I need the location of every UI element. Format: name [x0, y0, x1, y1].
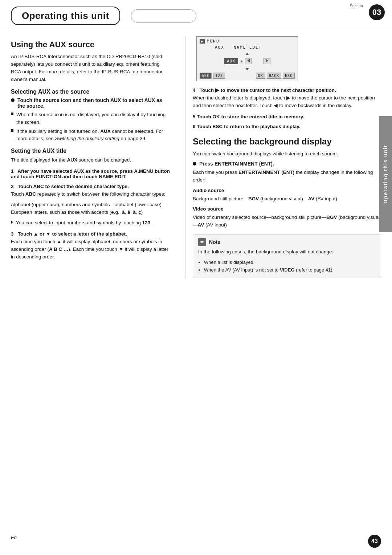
step2-list: Alphabet (upper case), numbers and symbo…	[11, 201, 171, 216]
selecting-aux-bullet-item: Touch the source icon and then touch AUX…	[11, 97, 171, 109]
audio-source-label: Audio source	[193, 187, 381, 195]
setting-aux-para: The title displayed for the AUX source c…	[11, 156, 171, 164]
step1-title: 1 After you have selected AUX as the sou…	[11, 168, 171, 179]
setting-aux-title: Setting the AUX title	[11, 148, 171, 154]
arrow-up-icon	[245, 53, 249, 55]
note-box: ✏ Note In the following cases, the backg…	[193, 234, 381, 278]
note-para: In the following cases, the background d…	[198, 248, 376, 256]
right-column: ▶ MENU AUX NAME EDIT AUX ◾	[189, 36, 381, 278]
page-header: Operating this unit Section 03	[0, 0, 392, 29]
note-title: Note	[209, 239, 220, 245]
step4-para: When the desired letter is displayed, to…	[193, 94, 381, 110]
page-footer: En 43	[0, 535, 392, 548]
step2-para: Touch ABC repeatedly to switch between t…	[11, 191, 171, 198]
selecting-aux-note1-item: When the source icon is not displayed, y…	[11, 111, 171, 126]
step3-para: Each time you touch ▲ it will display al…	[11, 238, 171, 261]
step5-title: 5 Touch OK to store the entered title in…	[193, 114, 381, 119]
step6-title: 6 Touch ESC to return to the playback di…	[193, 124, 381, 129]
bullet-sq-icon-2	[11, 129, 13, 132]
left-column: Using the AUX source An IP-BUS-RCA Inter…	[11, 36, 181, 278]
selecting-bg-title: Selecting the background display	[193, 136, 381, 147]
bullet-sq-icon	[11, 113, 13, 115]
using-aux-title: Using the AUX source	[11, 40, 171, 49]
esc-btn[interactable]: ESC	[283, 73, 295, 79]
bullet-tri-icon	[11, 220, 13, 224]
back-btn[interactable]: BACK	[267, 73, 281, 79]
side-label: Operating this unit	[379, 116, 392, 232]
audio-source-para: Background still picture—BGV (background…	[193, 195, 381, 203]
ok-btn[interactable]: OK	[256, 73, 265, 79]
step2-note-item: You can select to input numbers and symb…	[11, 219, 171, 227]
note-item-1: When a list is displayed.	[204, 259, 376, 266]
using-aux-para: An IP-BUS-RCA Interconnector such as the…	[11, 53, 171, 83]
step2-note-text: You can select to input numbers and symb…	[16, 219, 152, 227]
bullet-dot-icon	[11, 98, 15, 102]
selecting-aux-bullet-text: Touch the source icon and then touch AUX…	[17, 97, 171, 109]
step3-title: 3 Touch ▲ or ▼ to select a letter of the…	[11, 231, 171, 237]
bullet-dot-ent-icon	[193, 162, 196, 166]
selecting-aux-note2-item: If the auxiliary setting is not turned o…	[11, 128, 171, 143]
note-pencil-icon: ✏	[198, 238, 206, 246]
aux-input-box: AUX	[224, 58, 238, 64]
bottom-btn-row: ABC 123 OK BACK ESC	[200, 73, 295, 79]
step4-title: 4 Touch ▶ to move the cursor to the next…	[193, 87, 381, 93]
left-arrow-btn[interactable]	[245, 58, 252, 64]
cursor-indicator: ◾	[240, 59, 243, 64]
tri-right-icon	[266, 59, 268, 62]
note-item-2: When the AV (AV input) is not set to VID…	[204, 266, 376, 274]
tri-left-icon	[247, 59, 250, 62]
123-btn[interactable]: 123	[213, 73, 225, 79]
step2-title: 2 Touch ABC to select the desired charac…	[11, 184, 171, 189]
note-list: When a list is displayed. When the AV (A…	[198, 259, 376, 274]
page-title: Operating this unit	[11, 7, 120, 25]
section-number: 03	[369, 4, 385, 20]
right-arrow-btn[interactable]	[264, 58, 270, 64]
selecting-aux-note1-text: When the source icon is not displayed, y…	[16, 111, 171, 126]
abc-btn[interactable]: ABC	[200, 73, 212, 79]
footer-page-number: 43	[368, 535, 381, 548]
selecting-bg-para: You can switch background displays while…	[193, 150, 381, 158]
video-source-para: Video of currently selected source—backg…	[193, 214, 381, 229]
note-header: ✏ Note	[198, 238, 376, 246]
main-display-row: AUX ◾	[200, 57, 295, 66]
press-ent-bullet-text: Press ENTERTAINMENT (ENT).	[199, 161, 274, 167]
main-content: Using the AUX source An IP-BUS-RCA Inter…	[0, 29, 392, 285]
column-divider	[185, 36, 185, 278]
name-edit-label: NAME EDIT	[234, 45, 262, 50]
footer-en-label: En	[11, 535, 17, 548]
menu-icon: ▶	[200, 39, 205, 44]
selecting-aux-note2-text: If the auxiliary setting is not turned o…	[16, 128, 171, 143]
aux-display-mockup: ▶ MENU AUX NAME EDIT AUX ◾	[196, 36, 298, 81]
menu-text: MENU	[207, 39, 220, 44]
selecting-aux-title: Selecting AUX as the source	[11, 89, 171, 95]
aux-label-small: AUX	[215, 45, 224, 50]
arrow-down-icon	[245, 68, 249, 70]
header-oval	[131, 9, 196, 23]
section-label: Section	[350, 4, 363, 8]
press-ent-bullet-item: Press ENTERTAINMENT (ENT).	[193, 161, 381, 167]
name-edit-row: AUX NAME EDIT	[215, 45, 295, 50]
video-source-label: Video source	[193, 205, 381, 213]
press-ent-para: Each time you press ENTERTAINMENT (ENT) …	[193, 169, 381, 184]
